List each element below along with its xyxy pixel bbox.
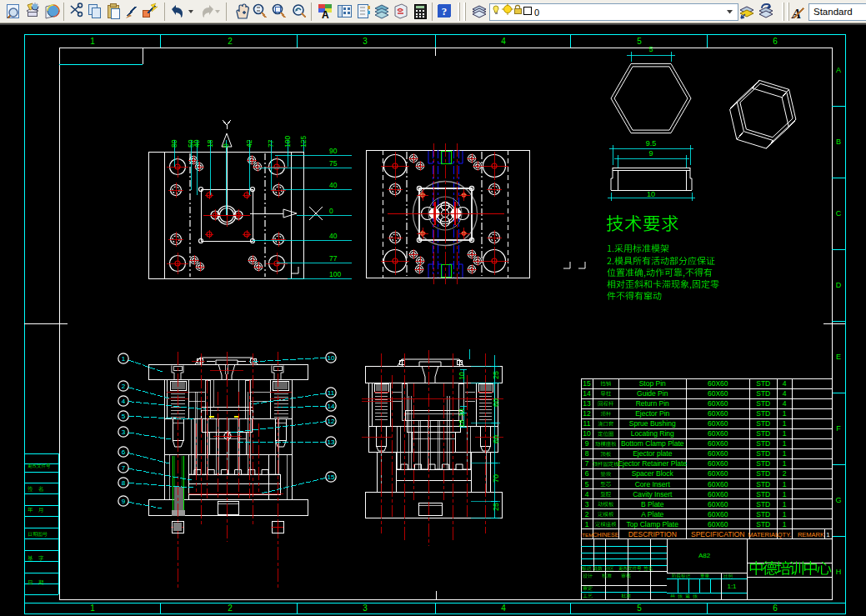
svg-text:STD: STD bbox=[756, 480, 770, 488]
svg-text:STD: STD bbox=[756, 409, 770, 418]
svg-text:100: 100 bbox=[283, 136, 292, 148]
svg-text:STD: STD bbox=[756, 469, 770, 478]
svg-text:1: 1 bbox=[783, 429, 787, 438]
svg-text:8: 8 bbox=[585, 449, 589, 458]
svg-text:STD: STD bbox=[756, 510, 770, 518]
svg-text:F: F bbox=[836, 424, 841, 433]
svg-text:B: B bbox=[836, 138, 841, 146]
svg-text:6: 6 bbox=[122, 448, 126, 456]
svg-text:QTY.: QTY. bbox=[778, 531, 792, 538]
svg-text:A Plate: A Plate bbox=[641, 510, 663, 518]
svg-text:1: 1 bbox=[783, 419, 787, 428]
svg-text:11: 11 bbox=[328, 389, 335, 397]
svg-text:9: 9 bbox=[648, 149, 653, 158]
svg-text:1: 1 bbox=[826, 531, 830, 538]
svg-text:40: 40 bbox=[329, 232, 338, 240]
svg-text:13: 13 bbox=[328, 438, 335, 446]
svg-text:1: 1 bbox=[585, 520, 589, 528]
svg-text:60: 60 bbox=[492, 398, 500, 407]
svg-text:Locating Ring: Locating Ring bbox=[631, 429, 674, 438]
svg-text:Cavity Insert: Cavity Insert bbox=[633, 490, 673, 498]
svg-text:1: 1 bbox=[90, 37, 95, 46]
svg-text:2: 2 bbox=[122, 383, 126, 390]
svg-text:1: 1 bbox=[90, 603, 95, 613]
svg-text:100: 100 bbox=[329, 270, 341, 278]
svg-text:C: C bbox=[836, 209, 842, 218]
svg-text:5: 5 bbox=[637, 603, 642, 613]
svg-text:Top Clamp Plate: Top Clamp Plate bbox=[627, 520, 679, 528]
svg-text:18: 18 bbox=[206, 139, 214, 148]
svg-text:60X60: 60X60 bbox=[708, 429, 728, 438]
svg-text:STD: STD bbox=[756, 399, 770, 408]
svg-text:42: 42 bbox=[245, 139, 253, 148]
svg-text:5: 5 bbox=[648, 45, 653, 53]
svg-text:STD: STD bbox=[756, 449, 770, 458]
svg-text:DESCRIPTION: DESCRIPTION bbox=[628, 530, 677, 538]
svg-text:4: 4 bbox=[585, 490, 589, 498]
svg-text:15: 15 bbox=[583, 379, 591, 388]
svg-text:60X60: 60X60 bbox=[708, 419, 728, 428]
svg-text:25: 25 bbox=[492, 503, 500, 511]
svg-text:6: 6 bbox=[773, 37, 778, 46]
svg-text:9.5: 9.5 bbox=[646, 139, 657, 148]
svg-text:STD: STD bbox=[756, 429, 770, 438]
svg-text:Ejector Retainer Plate: Ejector Retainer Plate bbox=[618, 459, 687, 468]
svg-text:Core Insert: Core Insert bbox=[635, 480, 671, 488]
svg-text:18: 18 bbox=[458, 419, 466, 428]
svg-text:E: E bbox=[836, 353, 841, 361]
svg-text:4: 4 bbox=[783, 379, 787, 388]
svg-text:7: 7 bbox=[122, 464, 126, 472]
svg-text:60X60: 60X60 bbox=[708, 510, 728, 518]
svg-text:6: 6 bbox=[585, 469, 589, 478]
svg-text:MATERIAL: MATERIAL bbox=[748, 531, 778, 538]
svg-text:12: 12 bbox=[328, 418, 335, 425]
svg-text:14: 14 bbox=[583, 389, 591, 398]
svg-text:60X60: 60X60 bbox=[708, 480, 728, 488]
svg-text:3: 3 bbox=[363, 603, 368, 613]
svg-text:SPECIFICATION: SPECIFICATION bbox=[691, 530, 745, 538]
svg-text:10: 10 bbox=[583, 429, 591, 438]
svg-text:60X60: 60X60 bbox=[708, 399, 728, 408]
svg-text:0: 0 bbox=[329, 207, 333, 215]
svg-text:0: 0 bbox=[222, 143, 230, 148]
svg-text:REMARK: REMARK bbox=[798, 531, 824, 538]
svg-text:9: 9 bbox=[585, 439, 589, 448]
svg-text:1: 1 bbox=[783, 520, 787, 528]
svg-text:6: 6 bbox=[773, 603, 778, 613]
svg-text:10: 10 bbox=[647, 190, 655, 198]
svg-text:1: 1 bbox=[783, 409, 787, 418]
svg-text:STD: STD bbox=[756, 500, 770, 508]
svg-text:Bottom Clamp Plate: Bottom Clamp Plate bbox=[621, 439, 684, 448]
svg-text:25: 25 bbox=[492, 371, 500, 379]
svg-text:2: 2 bbox=[783, 469, 787, 478]
svg-text:77: 77 bbox=[329, 254, 338, 263]
svg-text:Sprue Bushing: Sprue Bushing bbox=[629, 419, 676, 428]
svg-text:60X60: 60X60 bbox=[708, 389, 728, 398]
svg-text:60X60: 60X60 bbox=[708, 459, 728, 468]
svg-text:15: 15 bbox=[328, 473, 335, 481]
svg-text:STD: STD bbox=[756, 459, 770, 468]
svg-text:2: 2 bbox=[585, 510, 589, 518]
svg-text:9: 9 bbox=[122, 498, 126, 505]
svg-text:5: 5 bbox=[122, 413, 126, 420]
svg-text:1: 1 bbox=[783, 510, 787, 518]
svg-text:A82: A82 bbox=[698, 552, 711, 559]
svg-text:STD: STD bbox=[756, 379, 770, 388]
svg-text:B Plate: B Plate bbox=[641, 500, 664, 508]
svg-text:1: 1 bbox=[783, 439, 787, 448]
svg-text:3: 3 bbox=[585, 500, 589, 508]
svg-text:4: 4 bbox=[501, 37, 506, 46]
svg-text:STD: STD bbox=[756, 490, 770, 498]
svg-text:4: 4 bbox=[501, 603, 506, 613]
svg-text:60X60: 60X60 bbox=[708, 469, 728, 478]
svg-text:G: G bbox=[835, 496, 841, 504]
svg-text:77: 77 bbox=[267, 139, 275, 148]
svg-text:4: 4 bbox=[122, 398, 126, 405]
svg-text:3: 3 bbox=[363, 37, 368, 46]
svg-text:11: 11 bbox=[583, 419, 591, 428]
svg-text:60X60: 60X60 bbox=[708, 379, 728, 388]
svg-text:60X60: 60X60 bbox=[708, 490, 728, 498]
svg-text:5: 5 bbox=[585, 480, 589, 488]
svg-text:1:1: 1:1 bbox=[727, 583, 737, 590]
svg-text:Guide Pin: Guide Pin bbox=[637, 389, 668, 398]
